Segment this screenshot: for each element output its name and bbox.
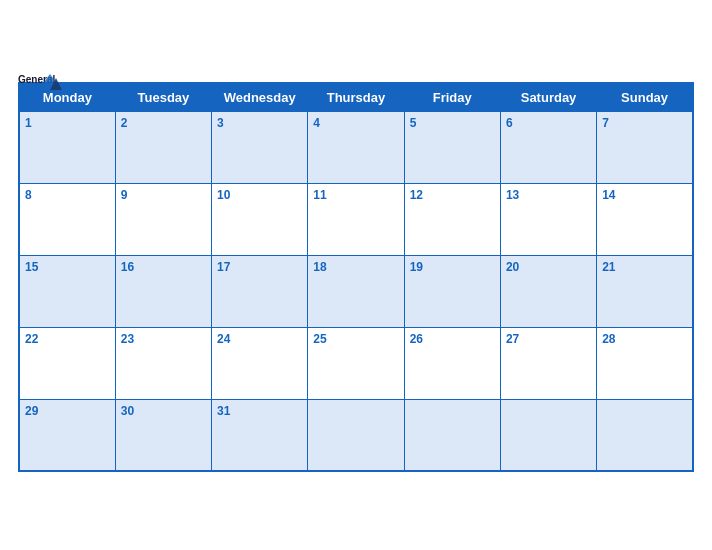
calendar-week-row: 891011121314 xyxy=(19,183,693,255)
calendar-day-cell: 25 xyxy=(308,327,404,399)
calendar-container: General Blue Monday Tuesday Wednesday Th… xyxy=(0,60,712,491)
calendar-day-cell: 9 xyxy=(115,183,211,255)
calendar-day-cell: 31 xyxy=(212,399,308,471)
calendar-day-cell: 28 xyxy=(597,327,693,399)
calendar-day-cell: 8 xyxy=(19,183,115,255)
calendar-day-cell: 5 xyxy=(404,111,500,183)
calendar-day-cell: 20 xyxy=(500,255,596,327)
col-tuesday: Tuesday xyxy=(115,83,211,112)
calendar-day-cell xyxy=(500,399,596,471)
calendar-body: 1234567891011121314151617181920212223242… xyxy=(19,111,693,471)
calendar-week-row: 293031 xyxy=(19,399,693,471)
calendar-day-cell: 29 xyxy=(19,399,115,471)
col-sunday: Sunday xyxy=(597,83,693,112)
calendar-day-cell: 7 xyxy=(597,111,693,183)
calendar-day-cell: 27 xyxy=(500,327,596,399)
logo-area: General Blue xyxy=(18,70,62,100)
col-friday: Friday xyxy=(404,83,500,112)
calendar-day-cell: 3 xyxy=(212,111,308,183)
calendar-day-cell: 15 xyxy=(19,255,115,327)
calendar-day-cell: 24 xyxy=(212,327,308,399)
calendar-day-cell: 12 xyxy=(404,183,500,255)
calendar-day-cell xyxy=(404,399,500,471)
calendar-day-cell: 6 xyxy=(500,111,596,183)
calendar-day-cell: 4 xyxy=(308,111,404,183)
logo-icon: General Blue xyxy=(18,70,62,100)
calendar-week-row: 15161718192021 xyxy=(19,255,693,327)
calendar-day-cell xyxy=(308,399,404,471)
calendar-day-cell: 1 xyxy=(19,111,115,183)
calendar-day-cell: 16 xyxy=(115,255,211,327)
col-wednesday: Wednesday xyxy=(212,83,308,112)
calendar-day-cell: 18 xyxy=(308,255,404,327)
calendar-week-row: 22232425262728 xyxy=(19,327,693,399)
calendar-header: General Blue xyxy=(18,70,694,76)
calendar-day-cell: 11 xyxy=(308,183,404,255)
calendar-week-row: 1234567 xyxy=(19,111,693,183)
svg-text:Blue: Blue xyxy=(18,86,40,97)
calendar-day-cell: 13 xyxy=(500,183,596,255)
col-thursday: Thursday xyxy=(308,83,404,112)
calendar-table: Monday Tuesday Wednesday Thursday Friday… xyxy=(18,82,694,473)
calendar-day-cell: 26 xyxy=(404,327,500,399)
calendar-day-cell: 10 xyxy=(212,183,308,255)
calendar-day-cell: 23 xyxy=(115,327,211,399)
weekday-header-row: Monday Tuesday Wednesday Thursday Friday… xyxy=(19,83,693,112)
calendar-day-cell: 30 xyxy=(115,399,211,471)
calendar-day-cell: 14 xyxy=(597,183,693,255)
calendar-day-cell: 17 xyxy=(212,255,308,327)
calendar-day-cell: 22 xyxy=(19,327,115,399)
calendar-day-cell xyxy=(597,399,693,471)
calendar-day-cell: 2 xyxy=(115,111,211,183)
calendar-day-cell: 21 xyxy=(597,255,693,327)
calendar-day-cell: 19 xyxy=(404,255,500,327)
col-saturday: Saturday xyxy=(500,83,596,112)
